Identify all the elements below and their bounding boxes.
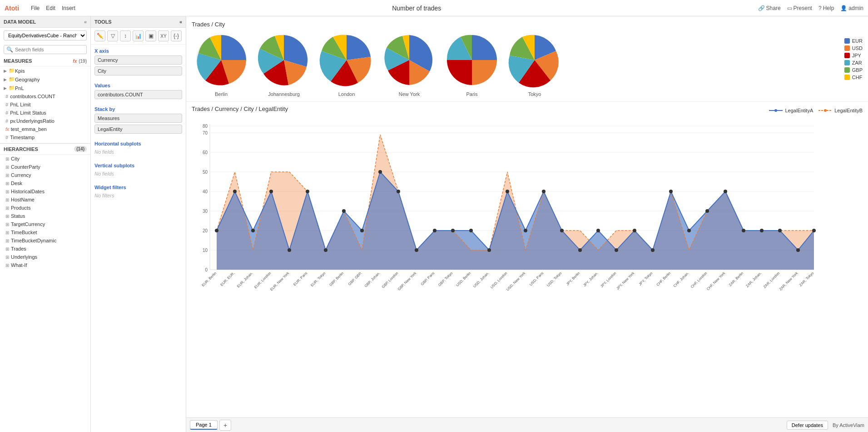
pie-tokyo-svg bbox=[505, 30, 564, 90]
edit-btn[interactable]: ✏️ bbox=[94, 30, 105, 41]
datapoint bbox=[742, 229, 745, 232]
stackby-measures[interactable]: Measures bbox=[94, 114, 182, 123]
area-chart-title: Trades / Currency / City / LegalEntity bbox=[192, 105, 288, 112]
legend-eur: EUR bbox=[844, 38, 863, 44]
entity-a-label: LegalEntityA bbox=[785, 108, 813, 113]
cube-select[interactable]: EquityDerivativesCube - Ranch 6.0 bbox=[4, 30, 87, 40]
table-btn[interactable]: ▣ bbox=[145, 30, 156, 41]
hash-icon: # bbox=[5, 135, 8, 140]
area-legend: LegalEntityA LegalEntityB bbox=[769, 108, 863, 113]
hierarchies-header: HIERARCHIES (14) bbox=[0, 143, 90, 155]
hier-icon: ⊞ bbox=[5, 173, 9, 178]
collapse-left-btn[interactable]: « bbox=[84, 19, 87, 25]
hier-counterparty[interactable]: ⊞ CounterParty bbox=[0, 163, 90, 171]
menu-file[interactable]: File bbox=[31, 5, 40, 11]
hier-desk[interactable]: ⊞ Desk bbox=[0, 179, 90, 187]
svg-text:10: 10 bbox=[203, 248, 208, 253]
legend-jpy-dot bbox=[844, 53, 850, 58]
datapoint bbox=[760, 229, 764, 232]
hier-historicaldates[interactable]: ⊞ HistoricalDates bbox=[0, 187, 90, 196]
hier-label: Desk bbox=[11, 181, 22, 186]
svg-text:JPY, Johan.: JPY, Johan. bbox=[582, 271, 599, 287]
folder-label: Kpis bbox=[15, 68, 25, 74]
measure-timestamp[interactable]: # Timestamp bbox=[0, 133, 90, 141]
hier-label: HostName bbox=[11, 197, 35, 202]
measure-label: pv.UnderlyingsRatio bbox=[10, 118, 55, 124]
measure-test-emma[interactable]: fx test_emma_ben bbox=[0, 125, 90, 133]
hier-icon: ⊞ bbox=[5, 246, 9, 251]
collapse-tools-btn[interactable]: « bbox=[179, 19, 182, 25]
page-title: Number of trades bbox=[83, 5, 751, 12]
measures-geography[interactable]: ▶ 📁 Geography bbox=[0, 75, 90, 84]
datapoint bbox=[451, 229, 455, 232]
values-contributors[interactable]: contributors.COUNT bbox=[94, 90, 182, 99]
measure-pnl-limit[interactable]: # PnL Limit bbox=[0, 100, 90, 109]
pie-london: London bbox=[317, 30, 376, 97]
hier-label: Trades bbox=[11, 246, 26, 251]
tab-add-btn[interactable]: + bbox=[219, 420, 231, 431]
legend-usd-dot bbox=[844, 45, 850, 51]
measure-pnl-limit-status[interactable]: # PnL Limit Status bbox=[0, 109, 90, 117]
datapoint bbox=[560, 229, 564, 232]
hier-icon: ⊞ bbox=[5, 181, 9, 186]
pie-charts-row: Berlin Johannesburg bbox=[192, 30, 863, 97]
hier-timebucket[interactable]: ⊞ TimeBucket bbox=[0, 228, 90, 236]
top-menu: File Edit Insert bbox=[31, 5, 75, 11]
pie-johannesburg-label: Johannesburg bbox=[268, 91, 300, 97]
svg-text:20: 20 bbox=[203, 228, 208, 233]
present-btn[interactable]: ▭ Present bbox=[787, 5, 812, 11]
hier-trades[interactable]: ⊞ Trades bbox=[0, 245, 90, 253]
admin-btn[interactable]: 👤 admin bbox=[840, 5, 863, 11]
svg-text:USD, Tokyo: USD, Tokyo bbox=[546, 271, 563, 288]
datapoint bbox=[812, 229, 816, 232]
tab-page1[interactable]: Page 1 bbox=[190, 420, 218, 430]
pie-paris: Paris bbox=[442, 30, 501, 97]
sort-btn[interactable]: ↕ bbox=[120, 30, 131, 41]
help-btn[interactable]: ? Help bbox=[818, 5, 834, 11]
legend-usd: USD bbox=[844, 45, 863, 51]
svg-text:80: 80 bbox=[203, 124, 208, 129]
measures-kpis[interactable]: ▶ 📁 Kpis bbox=[0, 66, 90, 75]
tri-icon: ▶ bbox=[4, 77, 7, 82]
measure-pv-underlyings[interactable]: # pv.UnderlyingsRatio bbox=[0, 117, 90, 125]
legend-chf-dot bbox=[844, 75, 850, 80]
search-input[interactable] bbox=[15, 47, 84, 52]
hier-whatif[interactable]: ⊞ What-If bbox=[0, 261, 90, 269]
hier-targetcurrency[interactable]: ⊞ TargetCurrency bbox=[0, 220, 90, 228]
xaxis-currency[interactable]: Currency bbox=[94, 55, 182, 65]
area-chart-container: 0 10 20 30 40 50 60 70 80 bbox=[192, 115, 863, 292]
menu-edit[interactable]: Edit bbox=[46, 5, 55, 11]
svg-text:ZAR, Tokyo: ZAR, Tokyo bbox=[799, 271, 815, 287]
filter-btn[interactable]: ▽ bbox=[107, 30, 118, 41]
menu-insert[interactable]: Insert bbox=[62, 5, 75, 11]
bracket-btn[interactable]: {-} bbox=[171, 30, 182, 41]
pie-tokyo-label: Tokyo bbox=[528, 91, 541, 97]
hier-hostname[interactable]: ⊞ HostName bbox=[0, 196, 90, 204]
measures-pnl[interactable]: ▶ 📁 PnL bbox=[0, 84, 90, 92]
hier-currency[interactable]: ⊞ Currency bbox=[0, 171, 90, 179]
measure-contributors-count[interactable]: # contributors.COUNT bbox=[0, 92, 90, 100]
hier-timebucketdynamic[interactable]: ⊞ TimeBucketDynamic bbox=[0, 236, 90, 245]
share-btn[interactable]: 🔗 Share bbox=[758, 5, 781, 11]
xaxis-city[interactable]: City bbox=[94, 66, 182, 75]
fx-label[interactable]: fx bbox=[73, 59, 77, 64]
hier-products[interactable]: ⊞ Products bbox=[0, 204, 90, 212]
svg-text:EUR, Paris: EUR, Paris bbox=[293, 271, 308, 286]
tools-header: TOOLS « bbox=[91, 16, 186, 28]
svg-text:60: 60 bbox=[203, 150, 208, 155]
svg-text:30: 30 bbox=[203, 209, 208, 214]
search-box: 🔍 bbox=[4, 45, 87, 54]
svg-text:40: 40 bbox=[203, 189, 208, 194]
defer-updates-btn[interactable]: Defer updates bbox=[787, 421, 828, 430]
chart-btn[interactable]: 📊 bbox=[133, 30, 144, 41]
hier-underlyings[interactable]: ⊞ Underlyings bbox=[0, 253, 90, 261]
hier-label: TimeBucket bbox=[11, 230, 37, 235]
hier-icon: ⊞ bbox=[5, 165, 9, 170]
legend-eur-dot bbox=[844, 38, 850, 44]
stackby-legalentity[interactable]: LegalEntity bbox=[94, 125, 182, 134]
hier-city[interactable]: ⊞ City bbox=[0, 155, 90, 163]
entity-b-label: LegalEntityB bbox=[834, 108, 863, 113]
xy-btn[interactable]: XY bbox=[158, 30, 169, 41]
hier-status[interactable]: ⊞ Status bbox=[0, 212, 90, 220]
svg-text:CHF, Berlin: CHF, Berlin bbox=[655, 271, 671, 287]
